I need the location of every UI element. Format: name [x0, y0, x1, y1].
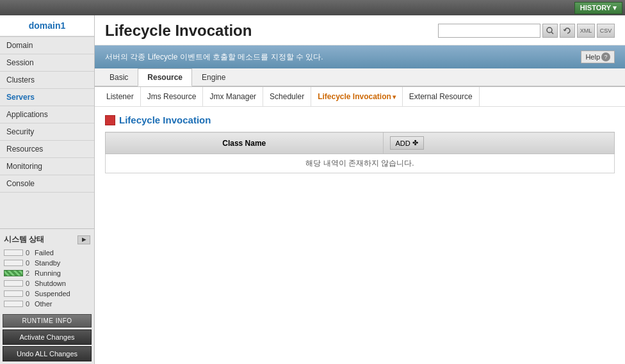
sidebar-bottom: RUNTIME INFO Activate Changes Undo ALL C…: [0, 312, 94, 364]
tabs-row: Basic Resource Engine: [95, 68, 625, 86]
suspended-bar: [4, 290, 23, 297]
sub-nav-scheduler[interactable]: Scheduler: [263, 87, 311, 106]
sub-nav-jms-resource[interactable]: Jms Resource: [141, 87, 204, 106]
content-header: Lifecycle Invocation XML CSV: [95, 15, 625, 45]
tab-resource[interactable]: Resource: [138, 68, 192, 86]
section-icon: [105, 115, 115, 125]
header-tools: XML CSV: [438, 24, 615, 38]
svg-point-0: [547, 28, 552, 33]
sidebar-item-clusters[interactable]: Clusters: [0, 72, 94, 89]
status-toggle[interactable]: ▶: [77, 235, 90, 244]
search-input[interactable]: [438, 24, 540, 38]
sidebar: domain1 Domain Session Clusters Servers …: [0, 15, 95, 364]
add-button[interactable]: ADD ✤: [390, 136, 424, 150]
lifecycle-table: Class Name ADD ✤ 해당 내역이 존재하지 않습니다.: [105, 132, 615, 173]
status-standby: 0 Standby: [4, 258, 90, 268]
content-body: Lifecycle Invocation Class Name ADD ✤: [95, 107, 625, 364]
domain-name: domain1: [29, 20, 66, 31]
status-shutdown: 0 Shutdown: [4, 278, 90, 289]
sub-nav-external-resource[interactable]: External Resource: [403, 87, 480, 106]
failed-bar: [4, 249, 23, 256]
sidebar-nav: Domain Session Clusters Servers Applicat…: [0, 37, 94, 228]
svg-line-1: [551, 32, 553, 34]
sidebar-item-domain[interactable]: Domain: [0, 37, 94, 54]
sub-nav-lifecycle-invocation[interactable]: Lifecycle Invocation: [311, 87, 403, 106]
status-running: 2 Running: [4, 268, 90, 278]
undo-all-changes-button[interactable]: Undo ALL Changes: [3, 346, 92, 361]
column-class-name: Class Name: [106, 132, 384, 154]
empty-message: 해당 내역이 존재하지 않습니다.: [106, 154, 615, 173]
running-bar: [4, 270, 23, 276]
sub-nav-jmx-manager[interactable]: Jmx Manager: [203, 87, 263, 106]
add-icon: ✤: [412, 139, 418, 147]
sidebar-item-applications[interactable]: Applications: [0, 106, 94, 123]
other-bar: [4, 301, 23, 307]
sidebar-item-resources[interactable]: Resources: [0, 141, 94, 158]
section-title: Lifecycle Invocation: [119, 115, 211, 125]
tab-basic[interactable]: Basic: [100, 68, 138, 86]
sidebar-item-security[interactable]: Security: [0, 123, 94, 141]
sidebar-item-servers[interactable]: Servers: [0, 89, 94, 106]
add-btn-cell: ADD ✤: [383, 132, 614, 154]
system-status-section: 시스템 상태 ▶ 0 Failed 0 Standby 2 Running 0: [0, 228, 94, 312]
refresh-button[interactable]: [560, 24, 575, 38]
status-failed: 0 Failed: [4, 248, 90, 258]
xml-button[interactable]: XML: [577, 24, 595, 38]
search-icon: [546, 27, 554, 35]
sidebar-item-session[interactable]: Session: [0, 54, 94, 72]
search-button[interactable]: [542, 24, 558, 38]
page-title: Lifecycle Invocation: [105, 22, 252, 40]
refresh-icon: [564, 27, 571, 35]
sidebar-item-console[interactable]: Console: [0, 175, 94, 193]
info-bar: 서버의 각종 Lifecycle 이벤트에 호출할 메소드를 지정할 수 있다.…: [95, 45, 625, 68]
shutdown-bar: [4, 280, 23, 287]
tabs-section: Basic Resource Engine: [95, 68, 625, 87]
sub-nav: Listener Jms Resource Jmx Manager Schedu…: [95, 87, 625, 107]
info-message: 서버의 각종 Lifecycle 이벤트에 호출할 메소드를 지정할 수 있다.: [105, 52, 323, 63]
content-area: Lifecycle Invocation XML CSV 서버의 각종 Life…: [95, 15, 625, 364]
status-suspended: 0 Suspended: [4, 289, 90, 299]
tab-engine[interactable]: Engine: [192, 68, 235, 86]
status-other: 0 Other: [4, 299, 90, 309]
csv-button[interactable]: CSV: [597, 24, 615, 38]
section-title-row: Lifecycle Invocation: [105, 115, 615, 125]
system-status-title: 시스템 상태 ▶: [4, 232, 90, 248]
standby-bar: [4, 260, 23, 266]
sub-nav-listener[interactable]: Listener: [100, 87, 141, 106]
sidebar-item-monitoring[interactable]: Monitoring: [0, 158, 94, 175]
activate-changes-button[interactable]: Activate Changes: [3, 329, 92, 345]
help-button[interactable]: Help ?: [581, 51, 615, 63]
empty-row: 해당 내역이 존재하지 않습니다.: [106, 154, 615, 173]
runtime-info-button[interactable]: RUNTIME INFO: [3, 314, 92, 328]
help-icon: ?: [601, 52, 610, 61]
sidebar-logo[interactable]: domain1: [0, 15, 94, 37]
history-button[interactable]: HISTORY ▾: [574, 2, 622, 14]
